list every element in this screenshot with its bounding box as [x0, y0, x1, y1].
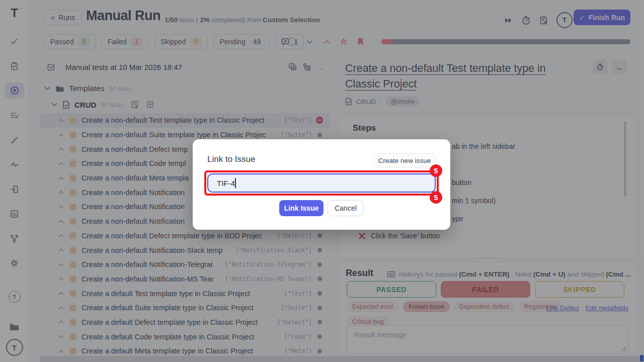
create-new-issue-button[interactable]: Create new issue [373, 153, 436, 167]
link-issue-button[interactable]: Link Issue [279, 200, 324, 216]
annotation-badge-bottom: 5 [430, 191, 442, 204]
annotation-rectangle [204, 170, 439, 196]
modal-layer: Link to Issue Create new issue Link Issu… [0, 0, 644, 362]
modal-title: Link to Issue [207, 154, 255, 164]
app-root: T' ? T' « Runs Manual Run 1/50 tests ( 2… [0, 0, 644, 362]
annotation-badge-top: 5 [430, 164, 442, 177]
cancel-button[interactable]: Cancel [328, 200, 364, 216]
